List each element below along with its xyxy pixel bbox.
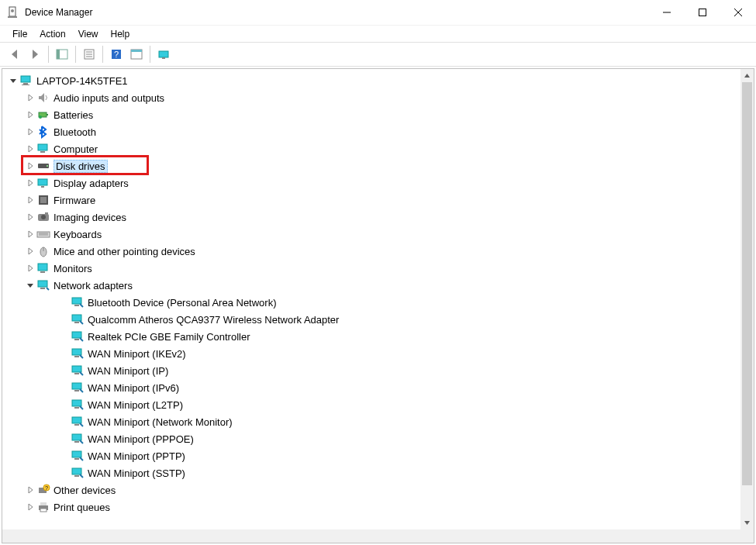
svg-rect-32 — [40, 197, 47, 203]
tree-device-node[interactable]: WAN Miniport (IPv6) — [2, 379, 740, 396]
scan-hardware-button[interactable] — [154, 45, 173, 64]
tree-category-node[interactable]: Audio inputs and outputs — [2, 89, 740, 106]
tree-category-node[interactable]: Disk drives — [2, 157, 740, 174]
svg-rect-72 — [40, 509, 47, 512]
expander-icon[interactable] — [24, 279, 36, 291]
minimize-button[interactable] — [649, 0, 685, 25]
node-label: WAN Miniport (IKEv2) — [88, 348, 186, 360]
expander-icon[interactable] — [24, 143, 36, 155]
tree-device-node[interactable]: Realtek PCIe GBE Family Controller — [2, 328, 740, 345]
svg-rect-8 — [57, 50, 60, 59]
tree-scroll-area[interactable]: LAPTOP-14K5TFE1Audio inputs and outputsB… — [2, 69, 740, 543]
svg-rect-4 — [699, 9, 706, 16]
properties-button[interactable] — [80, 45, 98, 64]
expander-icon[interactable] — [24, 194, 36, 206]
toolbar-separator — [75, 46, 76, 63]
tree-device-node[interactable]: WAN Miniport (IKEv2) — [2, 345, 740, 362]
expander-icon[interactable] — [24, 126, 36, 138]
tree-device-node[interactable]: WAN Miniport (SSTP) — [2, 464, 740, 481]
expander-icon[interactable] — [24, 245, 36, 257]
scroll-up-arrow[interactable] — [740, 69, 754, 82]
tree-category-node[interactable]: Imaging devices — [2, 209, 740, 226]
scroll-track[interactable] — [740, 82, 754, 516]
svg-rect-42 — [40, 271, 45, 273]
tree-category-node[interactable]: Bluetooth — [2, 123, 740, 140]
network-adapter-icon — [71, 329, 85, 343]
audio-icon — [36, 91, 50, 105]
tree-device-node[interactable]: WAN Miniport (PPTP) — [2, 447, 740, 464]
svg-point-28 — [47, 165, 48, 167]
svg-rect-53 — [72, 366, 81, 372]
tree-category-node[interactable]: ?Other devices — [2, 481, 740, 498]
scroll-down-arrow[interactable] — [740, 516, 754, 529]
svg-rect-26 — [40, 151, 45, 153]
toolbar-separator — [48, 46, 49, 63]
expander-icon[interactable] — [24, 91, 36, 104]
tree-device-node[interactable]: Bluetooth Device (Personal Area Network) — [2, 294, 740, 311]
close-button[interactable] — [720, 0, 756, 25]
tree-category-node[interactable]: Display adapters — [2, 174, 740, 191]
svg-rect-54 — [74, 373, 79, 374]
node-label: Keyboards — [54, 229, 102, 240]
network-adapter-icon — [71, 364, 85, 378]
maximize-button[interactable] — [685, 0, 720, 25]
help-button[interactable]: ? — [107, 45, 126, 64]
tree-device-node[interactable]: WAN Miniport (PPPOE) — [2, 430, 740, 447]
tree-category-node[interactable]: Monitors — [2, 260, 740, 277]
tree-category-node[interactable]: Batteries — [2, 106, 740, 123]
network-adapter-icon — [71, 398, 85, 412]
svg-rect-48 — [74, 322, 79, 323]
svg-rect-20 — [23, 83, 28, 85]
expander-icon[interactable] — [7, 74, 19, 87]
tree-device-node[interactable]: WAN Miniport (L2TP) — [2, 396, 740, 413]
tree-category-node[interactable]: Print queues — [2, 498, 740, 516]
node-label: LAPTOP-14K5TFE1 — [36, 75, 128, 87]
svg-rect-45 — [72, 298, 81, 304]
node-label: Display adapters — [54, 178, 129, 189]
menu-action[interactable]: Action — [33, 27, 71, 41]
svg-rect-41 — [38, 264, 47, 271]
menu-help[interactable]: Help — [105, 27, 136, 41]
expander-icon[interactable] — [24, 211, 36, 223]
svg-rect-60 — [74, 424, 79, 426]
tree-category-node[interactable]: Network adapters — [2, 277, 740, 294]
tree-device-node[interactable]: WAN Miniport (Network Monitor) — [2, 413, 740, 430]
expander-icon[interactable] — [24, 484, 36, 496]
window-title: Device Manager — [25, 7, 649, 18]
node-label: WAN Miniport (PPTP) — [88, 450, 185, 462]
scan-button[interactable] — [127, 45, 146, 64]
svg-point-34 — [41, 215, 46, 219]
tree-category-node[interactable]: Mice and other pointing devices — [2, 243, 740, 260]
network-adapter-icon — [71, 415, 85, 429]
computer-icon — [19, 74, 33, 88]
expander-icon[interactable] — [24, 109, 36, 121]
tree-device-node[interactable]: WAN Miniport (IP) — [2, 362, 740, 379]
expander-icon[interactable] — [24, 160, 36, 172]
menu-file[interactable]: File — [6, 27, 33, 41]
horizontal-scrollbar[interactable] — [2, 529, 754, 543]
tree-device-node[interactable]: Qualcomm Atheros QCA9377 Wireless Networ… — [2, 311, 740, 328]
show-hide-tree-button[interactable] — [53, 45, 71, 64]
tree-root-node[interactable]: LAPTOP-14K5TFE1 — [2, 72, 740, 89]
tree-category-node[interactable]: Computer — [2, 140, 740, 157]
expander-icon[interactable] — [24, 228, 36, 240]
svg-rect-64 — [74, 458, 79, 460]
back-button[interactable] — [5, 45, 24, 64]
expander-icon[interactable] — [24, 262, 36, 274]
network-adapter-icon — [71, 466, 85, 480]
menu-view[interactable]: View — [72, 27, 105, 41]
expander-icon[interactable] — [24, 501, 36, 513]
network-adapter-icon — [71, 347, 85, 360]
expander-icon[interactable] — [24, 177, 36, 189]
svg-rect-65 — [72, 468, 81, 474]
forward-button[interactable] — [26, 45, 44, 64]
scroll-thumb[interactable] — [742, 82, 752, 485]
svg-rect-16 — [131, 50, 142, 52]
svg-rect-47 — [72, 315, 81, 321]
node-label: Audio inputs and outputs — [54, 92, 164, 104]
vertical-scrollbar[interactable] — [740, 69, 754, 529]
network-adapter-icon — [71, 381, 85, 395]
node-label: Realtek PCIe GBE Family Controller — [88, 331, 250, 343]
tree-category-node[interactable]: Firmware — [2, 191, 740, 209]
tree-category-node[interactable]: Keyboards — [2, 226, 740, 243]
